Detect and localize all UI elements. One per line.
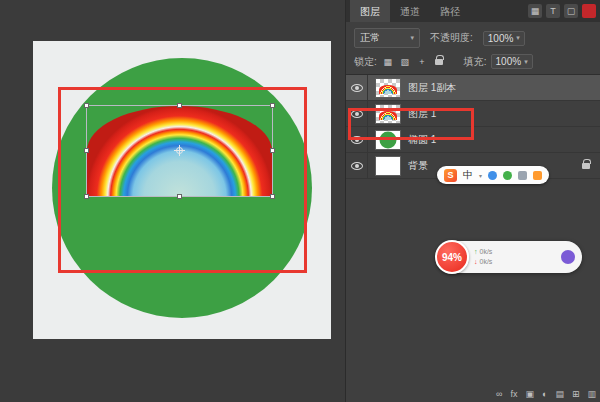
layers-panel: 图层 通道 路径 ▦ T ▢ ■ 正常 ▾ 不透明度: 100% ▾ 锁定: ▦… (345, 0, 600, 402)
lock-all-icon[interactable] (435, 59, 443, 65)
rainbow-thumb (379, 111, 397, 120)
upload-speed: 0k/s (480, 247, 493, 257)
adjustment-layer-icon[interactable]: ◐ (542, 389, 547, 399)
lock-label: 锁定: (354, 55, 377, 69)
new-layer-icon[interactable]: ⊞ (572, 389, 580, 399)
layer-thumbnail[interactable] (375, 104, 401, 124)
grid-icon[interactable]: ▦ (528, 4, 542, 18)
chevron-down-icon: ▾ (410, 34, 414, 42)
layer-name: 椭圆 1 (408, 133, 436, 147)
lock-image-pixels-icon[interactable]: ▧ (399, 57, 411, 67)
visibility-toggle[interactable] (346, 127, 368, 152)
layer-style-icon[interactable]: fx (510, 389, 517, 399)
layer-name: 图层 1副本 (408, 81, 456, 95)
eye-icon (351, 84, 363, 92)
opacity-select[interactable]: 100% ▾ (483, 31, 525, 46)
layer-name: 图层 1 (408, 107, 436, 121)
keyboard-icon[interactable] (518, 171, 527, 180)
delete-layer-icon[interactable]: ▥ (587, 389, 596, 399)
annotation-rectangle (58, 87, 307, 273)
visibility-toggle[interactable] (346, 153, 368, 178)
rocket-icon[interactable] (561, 250, 575, 264)
blend-mode-value: 正常 (360, 31, 380, 45)
opacity-label: 不透明度: (430, 31, 473, 45)
opacity-value: 100% (488, 33, 514, 44)
fill-label: 填充: (464, 55, 487, 69)
lock-position-icon[interactable]: + (416, 57, 428, 67)
layer-row-ellipse1[interactable]: 椭圆 1 (346, 127, 600, 153)
blend-options-row: 正常 ▾ 不透明度: 100% ▾ (346, 22, 600, 53)
visibility-toggle[interactable] (346, 75, 368, 100)
punctuation-icon[interactable] (488, 171, 497, 180)
tab-layers[interactable]: 图层 (350, 0, 390, 22)
chevron-down-icon: ▾ (524, 58, 528, 66)
rainbow-thumb (379, 85, 397, 94)
upload-arrow-icon: ↑ (474, 247, 478, 257)
tab-paths[interactable]: 路径 (430, 0, 470, 22)
layer-thumbnail[interactable] (375, 156, 401, 176)
speed-percent-value: 94% (442, 252, 462, 263)
fill-value: 100% (496, 56, 522, 67)
lock-transparent-pixels-icon[interactable]: ▦ (382, 57, 394, 67)
layer-group-icon[interactable]: ▤ (555, 389, 564, 399)
ime-toolbar[interactable]: S 中 ▾ (437, 166, 549, 184)
eye-icon (351, 162, 363, 170)
sogou-logo-icon[interactable]: S (444, 169, 457, 182)
link-layers-icon[interactable]: ∞ (496, 389, 502, 399)
blend-mode-select[interactable]: 正常 ▾ (354, 28, 420, 48)
box-icon[interactable]: ▢ (564, 4, 578, 18)
background-lock-icon (582, 163, 590, 169)
layer-mask-icon[interactable]: ▣ (525, 389, 534, 399)
ime-mode-label[interactable]: 中 (463, 168, 473, 182)
chevron-down-icon: ▾ (479, 172, 482, 179)
green-ellipse-thumb (380, 131, 397, 148)
layer-thumbnail[interactable] (375, 130, 401, 150)
download-speed: 0k/s (480, 257, 493, 267)
panel-dock-icons: ▦ T ▢ ■ (528, 4, 596, 18)
network-speed-rows: ↑ 0k/s ↓ 0k/s (474, 247, 492, 267)
download-arrow-icon: ↓ (474, 257, 478, 267)
speed-widget[interactable]: 94% ↑ 0k/s ↓ 0k/s (437, 241, 582, 273)
layer-thumbnail[interactable] (375, 78, 401, 98)
layers-panel-footer: ∞ fx ▣ ◐ ▤ ⊞ ▥ (496, 389, 596, 399)
document-canvas[interactable] (33, 41, 331, 339)
red-square-icon[interactable]: ■ (582, 4, 596, 18)
layer-row-layer1[interactable]: 图层 1 (346, 101, 600, 127)
toolbox-icon[interactable] (533, 171, 542, 180)
fill-select[interactable]: 100% ▾ (491, 54, 533, 69)
tab-channels[interactable]: 通道 (390, 0, 430, 22)
pen-icon[interactable] (503, 171, 512, 180)
speed-percent-badge[interactable]: 94% (435, 240, 469, 274)
lock-options-row: 锁定: ▦ ▧ + 填充: 100% ▾ (346, 53, 600, 74)
eye-icon (351, 136, 363, 144)
eye-icon (351, 110, 363, 118)
visibility-toggle[interactable] (346, 101, 368, 126)
layer-row-layer1-copy[interactable]: 图层 1副本 (346, 75, 600, 101)
layer-name: 背景 (408, 159, 428, 173)
type-icon[interactable]: T (546, 4, 560, 18)
chevron-down-icon: ▾ (516, 34, 520, 42)
layer-list: 图层 1副本 图层 1 椭圆 1 背景 (346, 74, 600, 179)
